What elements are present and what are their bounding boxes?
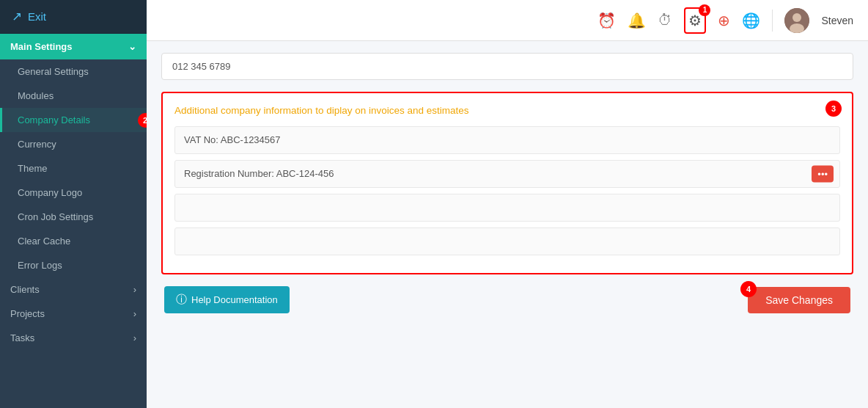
- alarm-icon[interactable]: ⏰: [597, 12, 616, 29]
- bottom-bar: ⓘ Help Documentation 4 Save Changes: [161, 286, 853, 313]
- main-area: ⏰ 🔔 ⏱ ⚙ 1 ⊕ 🌐 Steven 012 345 6789 Additi…: [147, 0, 868, 408]
- registration-value: Registration Number: ABC-124-456: [184, 168, 334, 179]
- chevron-right-icon: ›: [133, 332, 136, 343]
- divider: [772, 10, 773, 32]
- sidebar-item-company-details[interactable]: Company Details 2: [0, 108, 147, 132]
- additional-box-badge: 3: [825, 101, 842, 117]
- gear-badge: 1: [699, 4, 710, 16]
- sidebar-item-theme[interactable]: Theme: [0, 156, 147, 181]
- sidebar-item-modules[interactable]: Modules: [0, 84, 147, 108]
- empty-row-2[interactable]: [174, 227, 840, 255]
- add-circle-icon[interactable]: ⊕: [718, 12, 730, 29]
- phone-field[interactable]: 012 345 6789: [161, 53, 853, 80]
- save-changes-button[interactable]: Save Changes: [748, 287, 850, 313]
- timer-icon[interactable]: ⏱: [658, 12, 672, 29]
- company-details-badge: 2: [138, 113, 147, 128]
- sidebar-item-clients[interactable]: Clients ›: [0, 277, 147, 302]
- vat-row[interactable]: VAT No: ABC-1234567: [174, 126, 840, 154]
- additional-box-title: Additional company information to diplay…: [174, 105, 840, 116]
- user-name: Steven: [821, 15, 853, 26]
- sidebar-item-tasks[interactable]: Tasks ›: [0, 326, 147, 350]
- chevron-right-icon: ›: [133, 308, 136, 319]
- help-documentation-button[interactable]: ⓘ Help Documentation: [164, 286, 290, 313]
- bell-icon[interactable]: 🔔: [628, 12, 646, 29]
- sidebar-item-general-settings[interactable]: General Settings: [0, 59, 147, 84]
- additional-info-box: Additional company information to diplay…: [161, 92, 853, 274]
- sidebar-item-error-logs[interactable]: Error Logs: [0, 253, 147, 277]
- info-icon: ⓘ: [176, 293, 187, 307]
- sidebar-item-company-logo[interactable]: Company Logo: [0, 181, 147, 205]
- more-button[interactable]: •••: [812, 166, 834, 183]
- save-badge: 4: [740, 281, 757, 297]
- globe-icon[interactable]: 🌐: [742, 12, 760, 29]
- registration-row[interactable]: Registration Number: ABC-124-456 •••: [174, 160, 840, 188]
- empty-row-1[interactable]: [174, 194, 840, 222]
- main-settings-label: Main Settings: [10, 41, 73, 52]
- exit-label: Exit: [28, 10, 46, 23]
- svg-point-1: [792, 13, 801, 22]
- exit-icon: ↗: [12, 9, 22, 24]
- gear-icon[interactable]: ⚙ 1: [684, 7, 706, 34]
- topbar: ⏰ 🔔 ⏱ ⚙ 1 ⊕ 🌐 Steven: [147, 0, 868, 41]
- sidebar: ↗ Exit Main Settings ⌄ General Settings …: [0, 0, 147, 408]
- chevron-down-icon: ⌄: [128, 41, 136, 52]
- main-settings-header[interactable]: Main Settings ⌄: [0, 34, 147, 59]
- avatar: [784, 8, 809, 33]
- sidebar-item-clear-cache[interactable]: Clear Cache: [0, 229, 147, 253]
- sidebar-item-cron-job-settings[interactable]: Cron Job Settings: [0, 205, 147, 229]
- exit-button[interactable]: ↗ Exit: [0, 0, 147, 34]
- chevron-right-icon: ›: [133, 284, 136, 295]
- sidebar-item-projects[interactable]: Projects ›: [0, 302, 147, 326]
- save-changes-wrap: 4 Save Changes: [748, 287, 850, 313]
- vat-value: VAT No: ABC-1234567: [184, 134, 281, 145]
- content-area: 012 345 6789 Additional company informat…: [147, 41, 868, 408]
- sidebar-item-currency[interactable]: Currency: [0, 132, 147, 156]
